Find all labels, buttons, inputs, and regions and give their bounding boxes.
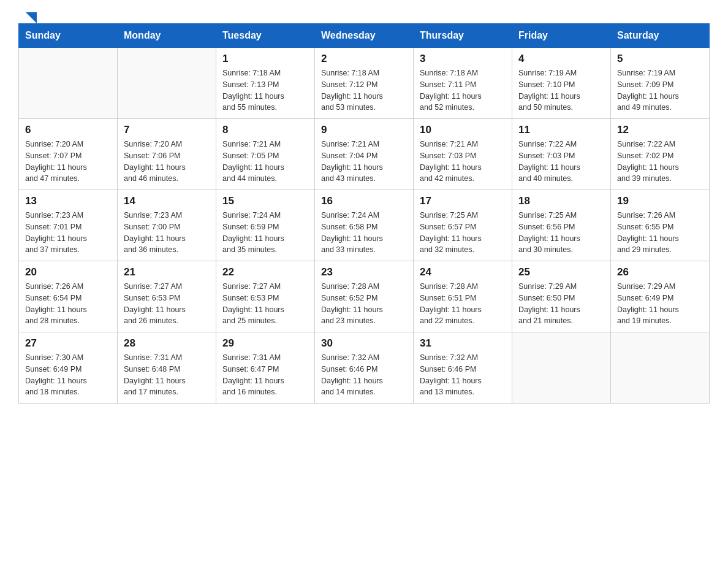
calendar-cell: 10Sunrise: 7:21 AMSunset: 7:03 PMDayligh… <box>414 119 512 190</box>
calendar-cell: 20Sunrise: 7:26 AMSunset: 6:54 PMDayligh… <box>19 261 118 332</box>
week-row: 20Sunrise: 7:26 AMSunset: 6:54 PMDayligh… <box>19 261 710 332</box>
day-info: Sunrise: 7:20 AMSunset: 7:06 PMDaylight:… <box>124 139 210 185</box>
day-info: Sunrise: 7:31 AMSunset: 6:48 PMDaylight:… <box>124 352 210 398</box>
day-info: Sunrise: 7:27 AMSunset: 6:53 PMDaylight:… <box>222 281 308 327</box>
day-info: Sunrise: 7:21 AMSunset: 7:04 PMDaylight:… <box>321 139 407 185</box>
day-number: 17 <box>420 195 506 207</box>
calendar-cell: 19Sunrise: 7:26 AMSunset: 6:55 PMDayligh… <box>611 190 710 261</box>
day-info: Sunrise: 7:22 AMSunset: 7:02 PMDaylight:… <box>617 139 703 185</box>
day-number: 29 <box>222 337 308 350</box>
day-info: Sunrise: 7:19 AMSunset: 7:09 PMDaylight:… <box>617 67 703 113</box>
calendar-cell: 12Sunrise: 7:22 AMSunset: 7:02 PMDayligh… <box>611 119 710 190</box>
calendar-header: SundayMondayTuesdayWednesdayThursdayFrid… <box>19 24 710 48</box>
day-info: Sunrise: 7:24 AMSunset: 6:58 PMDaylight:… <box>321 210 407 256</box>
calendar-cell: 22Sunrise: 7:27 AMSunset: 6:53 PMDayligh… <box>216 261 315 332</box>
day-number: 7 <box>124 124 210 136</box>
calendar-cell: 7Sunrise: 7:20 AMSunset: 7:06 PMDaylight… <box>118 119 216 190</box>
day-info: Sunrise: 7:28 AMSunset: 6:51 PMDaylight:… <box>420 281 506 327</box>
calendar-cell: 4Sunrise: 7:19 AMSunset: 7:10 PMDaylight… <box>512 48 611 119</box>
header-cell-sunday: Sunday <box>19 24 118 48</box>
calendar-cell: 30Sunrise: 7:32 AMSunset: 6:46 PMDayligh… <box>315 332 414 404</box>
day-number: 20 <box>25 266 111 278</box>
day-number: 24 <box>420 266 506 278</box>
calendar-table: SundayMondayTuesdayWednesdayThursdayFrid… <box>18 23 710 404</box>
header-cell-friday: Friday <box>512 24 611 48</box>
header-cell-saturday: Saturday <box>611 24 710 48</box>
week-row: 27Sunrise: 7:30 AMSunset: 6:49 PMDayligh… <box>19 332 710 404</box>
day-number: 21 <box>124 266 210 278</box>
calendar-cell: 17Sunrise: 7:25 AMSunset: 6:57 PMDayligh… <box>414 190 512 261</box>
calendar-cell: 14Sunrise: 7:23 AMSunset: 7:00 PMDayligh… <box>118 190 216 261</box>
day-info: Sunrise: 7:32 AMSunset: 6:46 PMDaylight:… <box>321 352 407 398</box>
day-number: 2 <box>321 53 407 65</box>
day-number: 3 <box>420 53 506 65</box>
calendar-cell: 25Sunrise: 7:29 AMSunset: 6:50 PMDayligh… <box>512 261 611 332</box>
day-number: 28 <box>124 337 210 350</box>
day-number: 9 <box>321 124 407 136</box>
day-number: 16 <box>321 195 407 207</box>
day-number: 13 <box>25 195 111 207</box>
day-info: Sunrise: 7:30 AMSunset: 6:49 PMDaylight:… <box>25 352 111 398</box>
calendar-cell: 6Sunrise: 7:20 AMSunset: 7:07 PMDaylight… <box>19 119 118 190</box>
calendar-cell: 26Sunrise: 7:29 AMSunset: 6:49 PMDayligh… <box>611 261 710 332</box>
day-number: 26 <box>617 266 703 278</box>
day-number: 23 <box>321 266 407 278</box>
calendar-cell: 13Sunrise: 7:23 AMSunset: 7:01 PMDayligh… <box>19 190 118 261</box>
day-number: 30 <box>321 337 407 350</box>
calendar-cell: 5Sunrise: 7:19 AMSunset: 7:09 PMDaylight… <box>611 48 710 119</box>
header-cell-monday: Monday <box>118 24 216 48</box>
calendar-cell: 2Sunrise: 7:18 AMSunset: 7:12 PMDaylight… <box>315 48 414 119</box>
week-row: 1Sunrise: 7:18 AMSunset: 7:13 PMDaylight… <box>19 48 710 119</box>
day-number: 19 <box>617 195 703 207</box>
day-number: 11 <box>518 124 604 136</box>
calendar-body: 1Sunrise: 7:18 AMSunset: 7:13 PMDaylight… <box>19 48 710 404</box>
day-info: Sunrise: 7:31 AMSunset: 6:47 PMDaylight:… <box>222 352 308 398</box>
calendar-cell: 15Sunrise: 7:24 AMSunset: 6:59 PMDayligh… <box>216 190 315 261</box>
day-number: 5 <box>617 53 703 65</box>
day-number: 4 <box>518 53 604 65</box>
day-info: Sunrise: 7:20 AMSunset: 7:07 PMDaylight:… <box>25 139 111 185</box>
day-info: Sunrise: 7:26 AMSunset: 6:54 PMDaylight:… <box>25 281 111 327</box>
day-info: Sunrise: 7:21 AMSunset: 7:03 PMDaylight:… <box>420 139 506 185</box>
week-row: 13Sunrise: 7:23 AMSunset: 7:01 PMDayligh… <box>19 190 710 261</box>
calendar-cell: 27Sunrise: 7:30 AMSunset: 6:49 PMDayligh… <box>19 332 118 404</box>
calendar-cell: 1Sunrise: 7:18 AMSunset: 7:13 PMDaylight… <box>216 48 315 119</box>
week-row: 6Sunrise: 7:20 AMSunset: 7:07 PMDaylight… <box>19 119 710 190</box>
day-info: Sunrise: 7:18 AMSunset: 7:11 PMDaylight:… <box>420 67 506 113</box>
calendar-cell: 18Sunrise: 7:25 AMSunset: 6:56 PMDayligh… <box>512 190 611 261</box>
calendar-cell: 9Sunrise: 7:21 AMSunset: 7:04 PMDaylight… <box>315 119 414 190</box>
day-info: Sunrise: 7:24 AMSunset: 6:59 PMDaylight:… <box>222 210 308 256</box>
calendar-cell: 8Sunrise: 7:21 AMSunset: 7:05 PMDaylight… <box>216 119 315 190</box>
calendar-cell: 11Sunrise: 7:22 AMSunset: 7:03 PMDayligh… <box>512 119 611 190</box>
day-number: 10 <box>420 124 506 136</box>
day-info: Sunrise: 7:25 AMSunset: 6:56 PMDaylight:… <box>518 210 604 256</box>
day-info: Sunrise: 7:28 AMSunset: 6:52 PMDaylight:… <box>321 281 407 327</box>
day-number: 6 <box>25 124 111 136</box>
calendar-cell: 16Sunrise: 7:24 AMSunset: 6:58 PMDayligh… <box>315 190 414 261</box>
calendar-cell: 24Sunrise: 7:28 AMSunset: 6:51 PMDayligh… <box>414 261 512 332</box>
day-info: Sunrise: 7:23 AMSunset: 7:00 PMDaylight:… <box>124 210 210 256</box>
day-number: 22 <box>222 266 308 278</box>
header-cell-thursday: Thursday <box>414 24 512 48</box>
calendar-cell <box>19 48 118 119</box>
day-info: Sunrise: 7:27 AMSunset: 6:53 PMDaylight:… <box>124 281 210 327</box>
calendar-cell <box>118 48 216 119</box>
calendar-cell: 28Sunrise: 7:31 AMSunset: 6:48 PMDayligh… <box>118 332 216 404</box>
day-info: Sunrise: 7:26 AMSunset: 6:55 PMDaylight:… <box>617 210 703 256</box>
calendar-cell: 29Sunrise: 7:31 AMSunset: 6:47 PMDayligh… <box>216 332 315 404</box>
day-info: Sunrise: 7:18 AMSunset: 7:12 PMDaylight:… <box>321 67 407 113</box>
day-number: 8 <box>222 124 308 136</box>
day-info: Sunrise: 7:19 AMSunset: 7:10 PMDaylight:… <box>518 67 604 113</box>
day-number: 27 <box>25 337 111 350</box>
day-info: Sunrise: 7:22 AMSunset: 7:03 PMDaylight:… <box>518 139 604 185</box>
calendar-cell: 31Sunrise: 7:32 AMSunset: 6:46 PMDayligh… <box>414 332 512 404</box>
calendar-cell: 23Sunrise: 7:28 AMSunset: 6:52 PMDayligh… <box>315 261 414 332</box>
day-number: 1 <box>222 53 308 65</box>
day-info: Sunrise: 7:29 AMSunset: 6:49 PMDaylight:… <box>617 281 703 327</box>
day-number: 31 <box>420 337 506 350</box>
header-row: SundayMondayTuesdayWednesdayThursdayFrid… <box>19 24 710 48</box>
day-info: Sunrise: 7:18 AMSunset: 7:13 PMDaylight:… <box>222 67 308 113</box>
calendar-cell: 21Sunrise: 7:27 AMSunset: 6:53 PMDayligh… <box>118 261 216 332</box>
day-info: Sunrise: 7:29 AMSunset: 6:50 PMDaylight:… <box>518 281 604 327</box>
header-cell-wednesday: Wednesday <box>315 24 414 48</box>
